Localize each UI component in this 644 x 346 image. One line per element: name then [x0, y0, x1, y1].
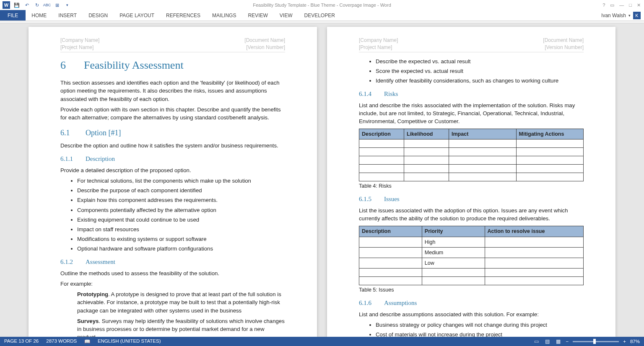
document-page-right: [Company Name][Project Name] [Document N…: [327, 27, 615, 337]
page-header: [Company Name][Project Name] [Document N…: [60, 37, 285, 52]
list-item: Existing equipment that could continue t…: [77, 216, 285, 224]
bullet-list: Describe the expected vs. actual result …: [376, 57, 584, 85]
tab-home[interactable]: HOME: [26, 10, 52, 21]
status-bar: PAGE 13 OF 26 2873 WORDS 📖 ENGLISH (UNIT…: [0, 337, 644, 346]
heading-3: 6.1.4Risks: [359, 90, 584, 99]
ribbon-display-icon[interactable]: ▭: [610, 3, 614, 8]
page-indicator[interactable]: PAGE 13 OF 26: [4, 338, 39, 344]
list-item: Score the expected vs. actual result: [376, 67, 584, 75]
body-text: This section assesses and identifies eac…: [60, 79, 285, 103]
document-page-left: [Company Name][Project Name] [Document N…: [29, 27, 317, 337]
maximize-icon[interactable]: □: [629, 3, 632, 8]
heading-1: 6Feasibility Assessment: [60, 57, 285, 73]
web-layout-icon[interactable]: ▦: [555, 338, 562, 344]
list-item: Business strategy or policy changes will…: [376, 321, 584, 329]
window-title: Feasibility Study Template - Blue Theme …: [253, 3, 391, 8]
body-text: Describe the option and outline how it s…: [60, 142, 285, 150]
touch-mode-icon[interactable]: ⊞: [54, 2, 60, 8]
list-item: Impact on staff resources: [77, 225, 285, 233]
undo-icon[interactable]: ↶: [23, 2, 30, 8]
issues-table: DescriptionPriorityAction to resolve iss…: [359, 226, 584, 285]
tab-insert[interactable]: INSERT: [52, 10, 83, 21]
body-text: List and describe assumptions associated…: [359, 310, 584, 318]
quick-access-toolbar: W 💾 ↶ ↻ ABC ⊞ ▾: [0, 1, 70, 9]
heading-3: 6.1.6Assumptions: [359, 299, 584, 308]
proofing-icon[interactable]: 📖: [84, 338, 90, 344]
body-text: For example:: [60, 280, 285, 288]
spellcheck-icon[interactable]: ABC: [44, 2, 50, 8]
zoom-slider[interactable]: [573, 341, 619, 342]
heading-3: 6.1.1Description: [60, 155, 285, 164]
read-mode-icon[interactable]: ▭: [533, 338, 540, 344]
body-text: Prototyping. A prototype is designed to …: [77, 290, 285, 314]
table-caption: Table 5: Issues: [359, 286, 584, 294]
list-item: For technical solutions, list the compon…: [77, 177, 285, 185]
heading-3: 6.1.2Assessment: [60, 258, 285, 267]
redo-icon[interactable]: ↻: [34, 2, 40, 8]
user-area[interactable]: Ivan Walsh ▾ K: [601, 12, 644, 19]
print-layout-icon[interactable]: ▤: [544, 338, 551, 344]
zoom-out-icon[interactable]: −: [566, 339, 569, 344]
tab-review[interactable]: REVIEW: [242, 10, 273, 21]
list-item: Cost of materials will not increase duri…: [376, 331, 584, 337]
list-item: Describe the expected vs. actual result: [376, 57, 584, 65]
qat-dropdown-icon[interactable]: ▾: [64, 2, 70, 8]
body-text: List and describe the risks associated w…: [359, 101, 584, 125]
window-controls: ? ▭ — □ ✕: [602, 3, 644, 8]
title-bar: W 💾 ↶ ↻ ABC ⊞ ▾ Feasibility Study Templa…: [0, 0, 644, 10]
user-name: Ivan Walsh: [601, 13, 626, 18]
tab-mailings[interactable]: MAILINGS: [206, 10, 242, 21]
tab-references[interactable]: REFERENCES: [160, 10, 206, 21]
tab-page-layout[interactable]: PAGE LAYOUT: [114, 10, 160, 21]
user-dropdown-icon: ▾: [628, 13, 631, 18]
word-count[interactable]: 2873 WORDS: [46, 338, 77, 344]
page-header: [Company Name][Project Name] [Document N…: [359, 37, 584, 52]
list-item: Optional hardware and software platform …: [77, 245, 285, 253]
bullet-list: Business strategy or policy changes will…: [376, 321, 584, 337]
table-caption: Table 4: Risks: [359, 182, 584, 190]
document-workspace[interactable]: [Company Name][Project Name] [Document N…: [0, 23, 644, 337]
tab-view[interactable]: VIEW: [274, 10, 299, 21]
zoom-level[interactable]: 87%: [630, 339, 640, 344]
tab-developer[interactable]: DEVELOPER: [298, 10, 340, 21]
zoom-in-icon[interactable]: +: [623, 339, 626, 344]
risks-table: DescriptionLikelihoodImpactMitigating Ac…: [359, 129, 584, 181]
heading-3: 6.1.5Issues: [359, 195, 584, 204]
language-indicator[interactable]: ENGLISH (UNITED STATES): [98, 338, 161, 344]
list-item: Describe the purpose of each component i…: [77, 186, 285, 194]
body-text: Surveys. Surveys may help identify the f…: [77, 317, 285, 337]
tab-file[interactable]: FILE: [0, 10, 26, 21]
minimize-icon[interactable]: —: [619, 3, 624, 8]
list-item: Modifications to existing systems or sup…: [77, 235, 285, 243]
heading-2: 6.1Option [#1]: [60, 127, 285, 138]
body-text: Outline the methods used to assess the f…: [60, 269, 285, 277]
body-text: List the issues associated with the adop…: [359, 207, 584, 222]
bullet-list: For technical solutions, list the compon…: [77, 177, 285, 253]
tab-design[interactable]: DESIGN: [83, 10, 114, 21]
close-icon[interactable]: ✕: [637, 3, 641, 8]
ribbon-tabs: FILE HOME INSERT DESIGN PAGE LAYOUT REFE…: [0, 10, 644, 21]
body-text: Provide a detailed description of the pr…: [60, 166, 285, 174]
body-text: Provide each option with its own section…: [60, 106, 285, 121]
list-item: Explain how this component addresses the…: [77, 196, 285, 204]
list-item: Identify other feasibility consideration…: [376, 77, 584, 85]
user-avatar: K: [633, 12, 641, 19]
save-icon[interactable]: 💾: [13, 2, 20, 8]
word-app-icon: W: [3, 1, 10, 9]
help-icon[interactable]: ?: [602, 3, 605, 8]
list-item: Components potentially affected by the a…: [77, 206, 285, 214]
